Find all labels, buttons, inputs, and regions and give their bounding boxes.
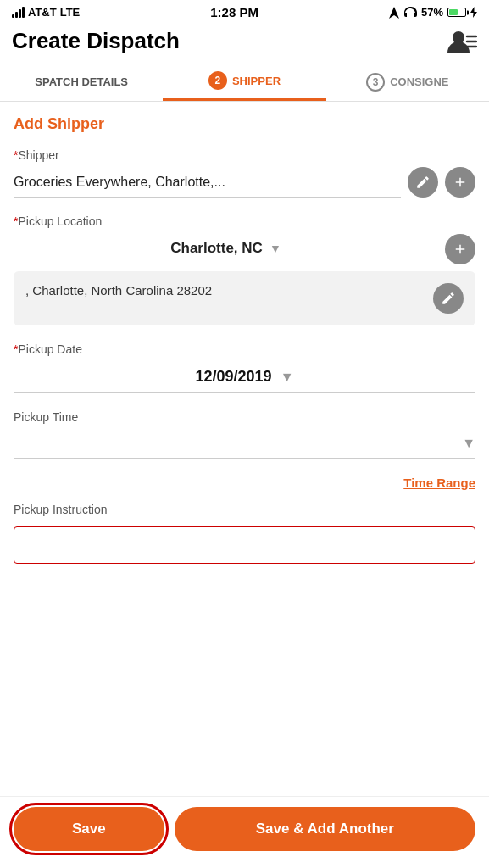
pencil-icon [415,175,431,190]
svg-point-0 [453,31,464,43]
status-right: 57% [389,6,477,19]
status-bar: AT&T LTE 1:28 PM 57% [0,0,489,23]
tab-dispatch-details[interactable]: SPATCH DETAILS [0,63,163,101]
time-dropdown-arrow: ▼ [462,436,475,451]
tabs-bar: SPATCH DETAILS 2 SHIPPER 3 CONSIGNE [0,63,489,102]
address-text: , Charlotte, North Carolina 28202 [25,283,433,298]
tab-shipper-label: SHIPPER [232,75,281,87]
pickup-time-label: Pickup Time [14,410,475,424]
form-content: Add Shipper *Shipper *Pickup Location Ch… [0,102,489,665]
address-edit-button[interactable] [433,283,464,314]
location-icon [389,7,399,19]
shipper-input[interactable] [14,168,401,198]
location-dropdown[interactable]: Charlotte, NC ▼ [14,233,438,264]
shipper-edit-button[interactable] [408,167,438,198]
signal-bars [12,7,25,18]
plus-icon-location [453,242,468,257]
pickup-date-section: *Pickup Date 12/09/2019 ▼ [14,342,475,393]
tab-dispatch-details-label: SPATCH DETAILS [35,75,128,88]
pickup-date-label: *Pickup Date [14,342,475,356]
page-title: Create Dispatch [12,28,180,54]
pickup-date-selector[interactable]: 12/09/2019 ▼ [14,361,475,393]
tab-shipper[interactable]: 2 SHIPPER [163,63,325,101]
header: Create Dispatch [0,23,489,63]
user-menu-icon[interactable] [447,30,477,53]
shipper-field-section: *Shipper [14,148,475,198]
time-range-link[interactable]: Time Range [403,476,475,490]
footer-buttons: Save Save & Add Another [0,796,489,868]
pickup-instruction-section: Pickup Instruction [14,503,475,564]
tab-consignee-number: 3 [366,73,385,92]
status-left: AT&T LTE [12,6,80,19]
plus-icon [453,175,468,190]
date-dropdown-arrow: ▼ [281,370,294,385]
shipper-label: *Shipper [14,148,475,162]
battery-percent: 57% [421,6,443,19]
location-add-button[interactable] [445,234,475,264]
time-range-link-container: Time Range [14,476,475,491]
save-button[interactable]: Save [14,807,164,851]
section-title: Add Shipper [14,115,475,133]
pickup-location-label: *Pickup Location [14,214,475,228]
location-dropdown-arrow: ▼ [270,242,281,255]
tab-consignee-label: CONSIGNE [390,75,448,88]
status-time: 1:28 PM [210,5,258,19]
carrier-label: AT&T [28,6,57,19]
tab-shipper-number: 2 [208,71,227,90]
location-selector: Charlotte, NC ▼ [14,233,475,264]
shipper-add-button[interactable] [445,167,475,198]
address-box: , Charlotte, North Carolina 28202 [14,271,475,326]
shipper-required-star: * [14,148,18,162]
pickup-location-section: *Pickup Location Charlotte, NC ▼ , Charl… [14,214,475,326]
network-label: LTE [60,6,81,19]
save-add-another-button[interactable]: Save & Add Another [175,807,475,851]
pickup-instruction-input[interactable] [14,526,475,564]
pickup-date-value: 12/09/2019 [196,368,272,386]
headphones-icon [403,7,417,18]
tab-consignee[interactable]: 3 CONSIGNE [326,63,489,101]
battery-icon [447,8,466,17]
pickup-time-section: Pickup Time ▼ [14,410,475,459]
pickup-instruction-label: Pickup Instruction [14,503,475,516]
charging-icon [470,7,477,18]
pencil-icon-address [441,291,456,306]
shipper-input-row [14,167,475,198]
location-value: Charlotte, NC [170,240,263,257]
